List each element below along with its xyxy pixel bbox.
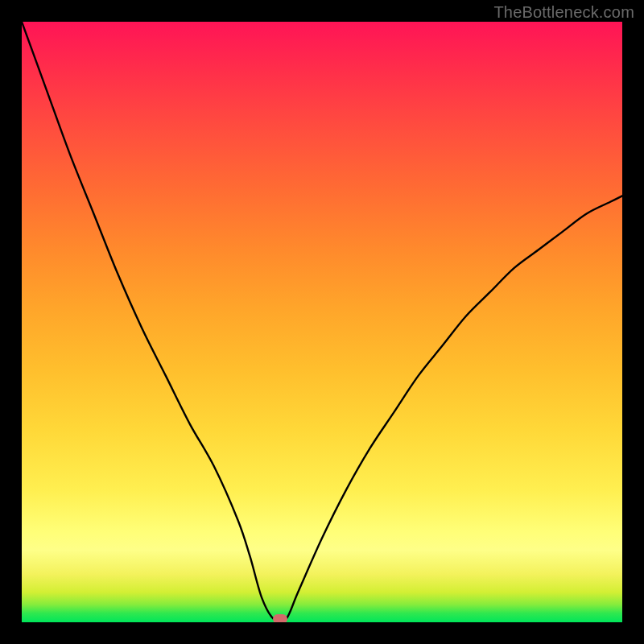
chart-frame: TheBottleneck.com: [0, 0, 644, 644]
curve-path: [22, 22, 622, 622]
watermark-text: TheBottleneck.com: [493, 3, 634, 22]
bottleneck-curve: [22, 22, 622, 622]
minimum-point-marker: [273, 614, 287, 622]
plot-area: [22, 22, 622, 622]
